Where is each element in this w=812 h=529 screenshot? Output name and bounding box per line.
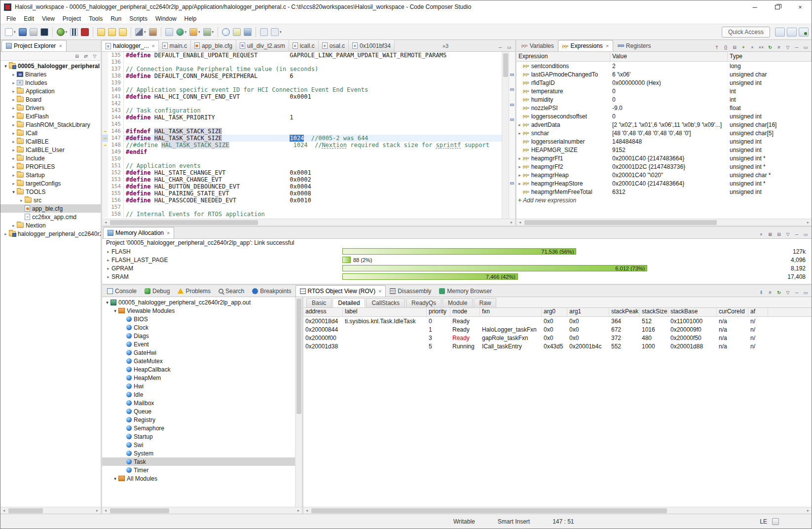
expression-row-humidity[interactable]: (x)=humidity0int: [517, 95, 812, 104]
menu-file[interactable]: File: [2, 14, 20, 24]
code-line-137[interactable]: 137// Connection Pause Peripheral time v…: [102, 66, 502, 73]
expression-row-heapmgr-size[interactable]: (x)=HEAPMGR_SIZE9152unsigned int: [517, 146, 812, 154]
rov-item-heapmem[interactable]: HeapMem: [102, 374, 295, 382]
layout-icon[interactable]: #: [775, 43, 783, 51]
line-number[interactable]: 135: [108, 52, 124, 59]
rov-item-system[interactable]: System: [102, 449, 295, 457]
memory-row-sram[interactable]: ▸SRAM7,466 (42%)17,408: [105, 272, 812, 281]
scrollbar-thumb[interactable]: [311, 508, 667, 513]
code-line-141[interactable]: 141#define HAL_HCI_CONN_EVT_END_EVT 0x00…: [102, 93, 502, 100]
maximize-icon[interactable]: ▭: [802, 43, 810, 51]
minimize-pane-icon[interactable]: ─: [496, 43, 504, 51]
editor-tab-0x1001bf34[interactable]: c0x1001bf34: [349, 40, 395, 51]
expand-arrow-icon[interactable]: ▸: [10, 131, 17, 136]
rov-item-idle[interactable]: Idle: [102, 390, 295, 399]
expand-arrow-icon[interactable]: ▾: [112, 308, 118, 313]
menu-scripts[interactable]: Scripts: [125, 14, 151, 24]
tree-item-icallble[interactable]: ▸ICallBLE: [0, 137, 101, 146]
scroll-left-icon[interactable]: ◂: [102, 508, 109, 513]
forward-button[interactable]: ▾: [270, 27, 283, 37]
code-line-136[interactable]: 136: [102, 59, 502, 66]
dropdown-arrow-icon[interactable]: ▾: [66, 30, 68, 34]
code-line-147[interactable]: →147#define HAL_TASK_STACK_SIZE 1024 //0…: [102, 135, 502, 142]
rov-tab-callstacks[interactable]: CallStacks: [366, 298, 405, 307]
editor-tab-icall-c[interactable]: cicall.c: [289, 40, 319, 51]
ccs-debug-perspective-icon[interactable]: [799, 28, 809, 37]
expand-arrow-icon[interactable]: ▸: [517, 181, 523, 186]
expand-arrow-icon[interactable]: ▸: [10, 156, 17, 161]
code-line-158[interactable]: 158// Internal Events for RTOS applicati…: [102, 211, 502, 218]
code-line-157[interactable]: 157: [102, 204, 502, 211]
dropdown-arrow-icon[interactable]: ▾: [280, 30, 282, 34]
column-header-arg0[interactable]: arg0: [542, 308, 567, 316]
close-window-button[interactable]: ×: [789, 0, 812, 13]
expressions-hscrollbar[interactable]: ◂ ▸: [517, 219, 812, 226]
rov-tab-readyqs[interactable]: ReadyQs: [406, 298, 442, 307]
column-header-priority[interactable]: priority: [427, 308, 450, 316]
rov-item-startup[interactable]: Startup: [102, 432, 295, 441]
expand-arrow-icon[interactable]: ▸: [517, 122, 523, 127]
expand-all-icon[interactable]: ⊞: [766, 230, 774, 238]
tree-item-targetconfigs[interactable]: ▸targetConfigs: [0, 179, 101, 188]
rov-item-all-modules[interactable]: ▾All Modules: [102, 474, 295, 483]
close-view-icon[interactable]: ×: [59, 43, 62, 49]
tree-item-binaries[interactable]: ▸10Binaries: [0, 70, 101, 78]
line-number[interactable]: 143: [108, 107, 124, 114]
minimize-icon[interactable]: ─: [793, 43, 801, 51]
expression-row-loggerssecondsoffset[interactable]: (x)=loggerssecondsoffset0unsigned int: [517, 112, 812, 120]
column-header-label[interactable]: label: [343, 308, 427, 316]
rov-item-gatemutex[interactable]: GateMutex: [102, 357, 295, 365]
collapse-all-icon[interactable]: ⊟: [731, 43, 738, 51]
tree-item-00005-halologger-peripheral[interactable]: ▾00005_halologger_peripheral: [0, 62, 101, 70]
rov-item-queue[interactable]: Queue: [102, 407, 295, 416]
column-header-expression[interactable]: Expression: [517, 52, 610, 61]
rov-item-swi[interactable]: Swi: [102, 441, 295, 449]
editor-tab-app-ble-cfg[interactable]: app_ble.cfg: [191, 40, 236, 51]
line-number[interactable]: 150: [108, 155, 124, 162]
view-menu-icon[interactable]: ▽: [784, 289, 792, 297]
line-number[interactable]: 157: [108, 204, 124, 211]
expand-arrow-icon[interactable]: ▸: [10, 122, 17, 127]
column-header-fxn[interactable]: fxn: [480, 308, 542, 316]
scrollbar-thumb[interactable]: [8, 508, 43, 513]
rov-item-00005-halologger-peripheral-cc2640r2lp-app-out[interactable]: ▾00005_halologger_peripheral_cc2640r2lp_…: [102, 298, 295, 306]
task-row-0x200018d4[interactable]: 0x200018d4ti.sysbios.knl.Task.IdleTask0R…: [303, 317, 812, 325]
tree-item-cc26xx-app-cmd[interactable]: ≡cc26xx_app.cmd: [0, 213, 101, 221]
step-into-button[interactable]: [96, 27, 106, 37]
tree-item-icall[interactable]: ▸ICall: [0, 129, 101, 137]
tree-item-startup[interactable]: ▸Startup: [0, 171, 101, 179]
code-line-142[interactable]: 142: [102, 100, 502, 107]
flash-button[interactable]: ▾: [188, 27, 201, 37]
tree-item-tools[interactable]: ▾TOOLS: [0, 188, 101, 196]
rov-item-timer[interactable]: Timer: [102, 466, 295, 474]
view-menu-icon[interactable]: ▽: [784, 43, 792, 51]
terminal-button[interactable]: [39, 27, 49, 37]
editor-hscrollbar[interactable]: ◂ ▸: [102, 219, 515, 226]
expand-arrow-icon[interactable]: ▸: [10, 148, 17, 152]
view-menu-icon[interactable]: ▽: [784, 230, 792, 238]
layout-icon[interactable]: #: [766, 289, 774, 297]
expression-row-heapmgrheap[interactable]: ▸(x)=heapmgrHeap0x20001C40 "\020"unsigne…: [517, 171, 812, 179]
tab-disassembly[interactable]: Disassembly: [386, 285, 435, 297]
expression-row-snchar[interactable]: ▸(x)=snchar[48 '0',48 '0',48 '0',48 '0',…: [517, 129, 812, 137]
expression-row-temperature[interactable]: (x)=temperature0int: [517, 87, 812, 95]
minimize-window-button[interactable]: ─: [743, 0, 766, 13]
expand-arrow-icon[interactable]: ▸: [2, 231, 9, 236]
code-line-156[interactable]: 156#define HAL_PASSCODE_NEEDED_EVT 0x001…: [102, 197, 502, 204]
expand-arrow-icon[interactable]: ▸: [10, 173, 17, 178]
rov-item-mailbox[interactable]: Mailbox: [102, 399, 295, 407]
tree-item-board[interactable]: ▸Board: [0, 95, 101, 104]
rov-item-gatehwi[interactable]: GateHwi: [102, 348, 295, 357]
tree-item-include[interactable]: ▸Include: [0, 154, 101, 162]
tab-registers[interactable]: 1010Registers: [613, 40, 655, 51]
show-type-names-icon[interactable]: T: [713, 43, 721, 51]
code-line-135[interactable]: 135#define DEFAULT_ENABLE_UPDATE_REQUEST…: [102, 52, 502, 59]
scroll-left-icon[interactable]: ◂: [517, 220, 523, 225]
line-number[interactable]: 137: [108, 66, 124, 73]
close-tab-icon[interactable]: ×: [152, 43, 155, 49]
menu-tools[interactable]: Tools: [85, 14, 107, 24]
scroll-right-icon[interactable]: ▸: [805, 508, 812, 513]
menu-project[interactable]: Project: [59, 14, 85, 24]
scroll-right-icon[interactable]: ▸: [94, 508, 101, 513]
minimize-icon[interactable]: ─: [793, 230, 801, 238]
